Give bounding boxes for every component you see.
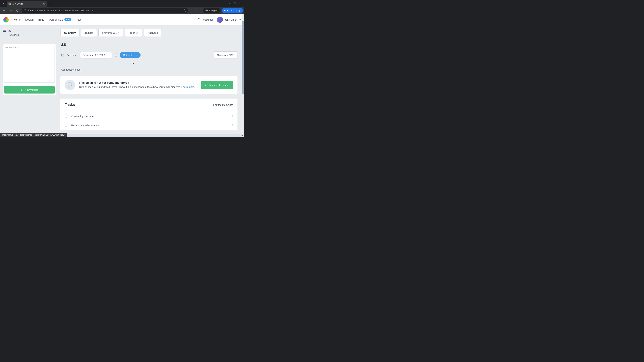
status-bar: https://litmus.com/folders/unsorted_emai… [0,133,67,137]
downloads-icon[interactable] [190,9,195,12]
monitor-button-label: Monitor this email [209,84,229,86]
folder-link[interactable]: Unsorted [10,33,19,36]
address-bar-row: litmus.com/folders/unsorted_emails/email… [0,7,244,14]
svg-point-3 [25,9,26,10]
lock-icon [136,31,138,34]
monitor-card: This email is not yet being monitored Tu… [60,76,238,94]
shield-circle [65,80,75,90]
app-header: Home Design Build Personalize New Test R… [0,14,244,25]
avatar [217,17,223,23]
nav-build[interactable]: Build [38,18,44,21]
task-checkbox[interactable] [65,114,68,118]
info-icon [198,18,200,21]
learn-more-link[interactable]: Learn more. [182,85,195,88]
scrollbar-arrow-right[interactable]: ▶ [242,134,244,137]
new-tab-button[interactable]: + [48,1,53,6]
main-area: as ••• Unsorted ljoy0f73@litmusemail.com… [0,25,244,137]
calendar-icon [61,54,64,57]
set-status-label: Set status [123,54,134,56]
more-icon: ⋮ [238,9,240,12]
svg-point-5 [25,10,26,11]
new-badge: New [64,18,72,21]
task-label: Has correct sales amount [71,124,228,127]
shield-icon [68,82,72,88]
tab-favicon-icon [8,2,11,5]
shield-icon [205,83,208,86]
chevron-down-icon [107,55,109,56]
page-title: as [60,42,238,47]
tab-previews[interactable]: Previews & QA [98,29,123,37]
finish-update-button[interactable]: Finish update ⋮ [222,8,243,13]
scrollbar-thumb[interactable] [242,21,244,94]
tab-builder[interactable]: Builder [81,29,97,37]
sidepanel-icon[interactable] [196,9,202,12]
reload-button[interactable] [15,8,20,13]
chevron-down-icon [239,19,241,20]
sync-esp-button[interactable]: Sync with ESP [213,51,238,59]
site-settings-icon[interactable] [24,9,26,12]
clipboard-icon[interactable] [114,53,118,57]
monitor-title: This email is not yet being monitored [79,81,197,84]
close-window-button[interactable]: ✕ [239,2,241,5]
sidebar-header: as ••• [3,29,56,33]
monitor-email-button[interactable]: Monitor this email [201,81,233,89]
more-actions-button[interactable]: ••• [14,29,20,32]
litmus-logo-icon[interactable] [3,17,9,22]
user-menu[interactable]: John Smith [217,17,241,23]
svg-rect-6 [198,9,200,11]
svg-rect-1 [24,10,25,10]
date-picker[interactable]: December 25, 2023 [80,52,112,58]
incognito-badge[interactable]: Incognito [203,8,220,13]
svg-rect-2 [24,11,25,11]
nav-personalize[interactable]: Personalize New [49,18,72,21]
email-preview-image[interactable]: ljoy0f73@litmusemail.com [4,46,55,83]
finish-update-label: Finish update [224,9,237,12]
browser-tab[interactable]: as > Litmus ✕ [7,1,47,7]
edit-task-template-link[interactable]: Edit task template [213,103,233,106]
nav-personalize-label: Personalize [49,18,63,21]
hamburger-icon[interactable] [3,29,6,33]
tab-proof[interactable]: Proof [125,29,142,37]
nav-design[interactable]: Design [25,18,34,21]
incognito-icon [205,9,208,12]
window-controls: ─ ❐ ✕ [229,2,243,5]
resources-link[interactable]: Resources [198,18,214,21]
monitor-description: Turn on monitoring and we'll let you kno… [79,85,197,89]
vertical-scrollbar[interactable] [242,14,244,134]
set-status-button[interactable]: Set status [120,52,140,58]
due-date-label: Due date: [66,54,77,56]
nav-test[interactable]: Test [76,18,81,21]
svg-point-4 [25,10,26,10]
browser-chrome: as > Litmus ✕ + ─ ❐ ✕ litmus.com/folders… [0,0,244,14]
nav-home[interactable]: Home [14,18,21,21]
sidebar: as ••• Unsorted ljoy0f73@litmusemail.com… [0,25,59,137]
new-version-label: New version [25,88,38,91]
app-content: Home Design Build Personalize New Test R… [0,14,244,137]
add-description-link[interactable]: Add a description [60,68,80,71]
tab-summary[interactable]: Summary [60,29,80,37]
bookmark-star-icon[interactable] [183,9,186,12]
tab-close-button[interactable]: ✕ [42,2,45,5]
task-delete-button[interactable] [230,114,233,118]
new-version-button[interactable]: New version [4,86,55,93]
tasks-card: Tasks Edit task template Current logo in… [60,98,238,130]
minimize-button[interactable]: ─ [229,2,230,5]
tasks-title: Tasks [65,103,75,107]
tab-bar: as > Litmus ✕ + ─ ❐ ✕ [0,0,244,7]
tabs: Summary Builder Previews & QA Proof Anal… [60,29,238,37]
user-name: John Smith [224,18,237,21]
task-checkbox[interactable] [65,123,68,127]
forward-button[interactable] [8,8,14,13]
back-button[interactable] [1,8,7,13]
tab-list-dropdown[interactable] [1,1,6,6]
tab-title: as > Litmus [12,3,41,5]
svg-point-10 [199,19,199,19]
url-bar[interactable]: litmus.com/folders/unsorted_emails/email… [22,8,188,13]
task-item: Has correct sales amount [65,121,233,130]
trash-icon [230,114,233,117]
tab-analytics[interactable]: Analytics [144,29,162,37]
tasks-header: Tasks Edit task template [65,103,233,107]
meta-row: Due date: December 25, 2023 Set status S… [60,51,238,63]
task-delete-button[interactable] [230,123,233,127]
maximize-button[interactable]: ❐ [234,2,236,5]
